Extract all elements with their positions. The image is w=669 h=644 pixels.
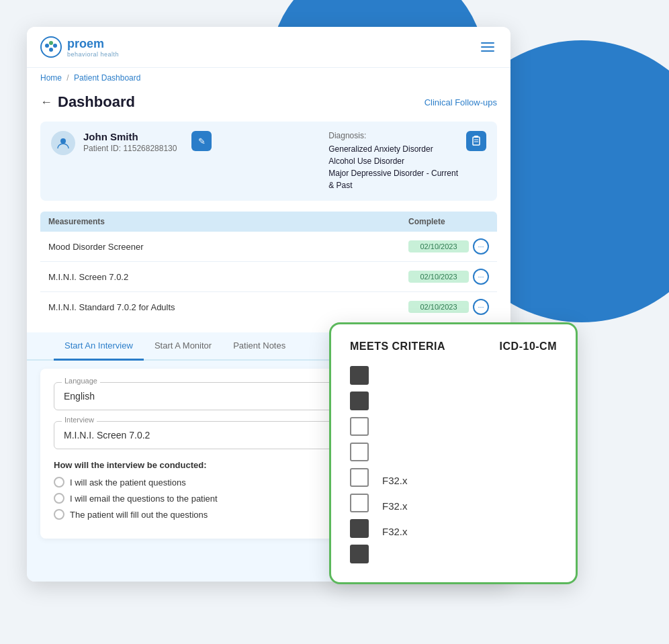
diagnosis-content: Diagnosis: Generalized Anxiety Disorder …: [328, 131, 458, 191]
dashboard-header: ← Dashboard Clinical Follow-ups: [27, 88, 510, 122]
svg-point-2: [49, 41, 53, 45]
edit-icon: ✎: [198, 136, 206, 146]
measurements-table-header: Measurements Complete: [40, 212, 497, 232]
more-btn-2[interactable]: ···: [473, 269, 489, 285]
diagnosis-item-2: Alcohol Use Disorder: [328, 155, 458, 167]
criteria-checkbox-6: [350, 494, 369, 512]
clipboard-icon: [472, 135, 481, 148]
table-row: M.I.N.I. Standard 7.0.2 for Adults 02/10…: [40, 292, 497, 322]
more-options-3: ···: [469, 299, 489, 315]
criteria-checkboxes: [350, 366, 369, 566]
language-value: English: [64, 391, 95, 402]
logo-subtitle: behavioral health: [67, 51, 119, 58]
hamburger-icon: [481, 42, 494, 52]
avatar: [51, 131, 75, 155]
table-row: M.I.N.I. Screen 7.0.2 02/10/2023 ···: [40, 262, 497, 292]
criteria-col1-title: MEETS CRITERIA: [350, 340, 445, 353]
diagnosis-item-1: Generalized Anxiety Disorder: [328, 143, 458, 155]
criteria-card: MEETS CRITERIA ICD-10-CM F32.x F32.x F32…: [329, 322, 578, 584]
criteria-checkbox-2: [350, 392, 369, 410]
more-btn-3[interactable]: ···: [473, 299, 489, 315]
icd-code-2: [382, 445, 408, 464]
tab-patient-notes[interactable]: Patient Notes: [222, 332, 296, 361]
criteria-checkbox-8: [350, 545, 369, 563]
radio-label-1: I will ask the patient questions: [70, 477, 186, 488]
measurements-section: Measurements Complete Mood Disorder Scre…: [40, 212, 497, 322]
patient-info: John Smith Patient ID: 115268288130: [83, 131, 177, 153]
icd-code-6: F32.x: [382, 522, 408, 541]
criteria-checkbox-3: [350, 417, 369, 436]
logo-area: proem behavioral health: [40, 36, 119, 58]
language-label: Language: [62, 377, 100, 385]
criteria-col2-title: ICD-10-CM: [500, 340, 557, 353]
criteria-checkbox-7: [350, 519, 369, 538]
icd-codes: F32.x F32.x F32.x: [382, 366, 408, 566]
measurement-date-1: 02/10/2023: [408, 240, 469, 252]
measurement-date-3: 02/10/2023: [408, 301, 469, 313]
diagnosis-label: Diagnosis:: [328, 131, 458, 140]
radio-circle-2: [54, 493, 64, 504]
interview-label: Interview: [62, 416, 97, 424]
logo-icon: [40, 36, 62, 58]
criteria-checkbox-5: [350, 468, 369, 487]
measurement-name-2: M.I.N.I. Screen 7.0.2: [48, 272, 408, 282]
back-arrow-icon[interactable]: ←: [40, 95, 52, 109]
more-btn-1[interactable]: ···: [473, 238, 489, 255]
interview-value: M.I.N.I. Screen 7.0.2: [64, 430, 150, 441]
more-options-1: ···: [469, 238, 489, 255]
breadcrumb-separator: /: [66, 73, 69, 83]
svg-point-1: [45, 44, 49, 48]
breadcrumb-current[interactable]: Patient Dashboard: [74, 73, 140, 83]
svg-point-5: [60, 138, 66, 144]
diagnosis-area: Diagnosis: Generalized Anxiety Disorder …: [328, 131, 486, 191]
col-measurements: Measurements: [48, 217, 408, 226]
radio-label-2: I will email the questions to the patien…: [70, 494, 218, 504]
dashboard-title-area: ← Dashboard: [40, 93, 135, 111]
patient-name: John Smith: [83, 131, 177, 142]
icd-code-1: [382, 420, 408, 439]
patient-card: John Smith Patient ID: 115268288130 ✎ Di…: [40, 122, 497, 201]
svg-rect-6: [473, 137, 480, 145]
more-options-2: ···: [469, 269, 489, 285]
breadcrumb-home[interactable]: Home: [40, 73, 62, 83]
icd-code-7: [382, 547, 408, 566]
measurement-date-2: 02/10/2023: [408, 271, 469, 283]
diagnosis-item-3: Major Depressive Disorder - Current: [328, 167, 458, 179]
patient-id: Patient ID: 115268288130: [83, 144, 177, 153]
edit-button[interactable]: ✎: [191, 131, 212, 151]
diagnosis-item-4: & Past: [328, 179, 458, 191]
icd-code-5: F32.x: [382, 496, 408, 515]
svg-point-0: [41, 37, 61, 57]
svg-rect-7: [474, 136, 478, 138]
radio-label-3: The patient will fill out the questions: [70, 510, 208, 520]
page-title: Dashboard: [58, 93, 135, 111]
breadcrumb: Home / Patient Dashboard: [27, 68, 510, 88]
svg-point-4: [49, 48, 53, 52]
col-complete: Complete: [408, 217, 489, 226]
patient-left: John Smith Patient ID: 115268288130 ✎: [51, 131, 212, 155]
criteria-header: MEETS CRITERIA ICD-10-CM: [350, 340, 557, 353]
tab-start-monitor[interactable]: Start A Monitor: [144, 332, 222, 361]
logo-brand: proem: [67, 37, 104, 50]
measurement-name-3: M.I.N.I. Standard 7.0.2 for Adults: [48, 302, 408, 312]
criteria-checkbox-4: [350, 443, 369, 461]
hamburger-button[interactable]: [478, 40, 497, 54]
criteria-rows: F32.x F32.x F32.x: [350, 366, 557, 566]
radio-circle-3: [54, 509, 64, 520]
logo-text-area: proem behavioral health: [67, 37, 119, 58]
clipboard-button[interactable]: [466, 131, 486, 151]
icd-code-4: F32.x: [382, 471, 408, 490]
tab-start-interview[interactable]: Start An Interview: [54, 332, 144, 361]
svg-point-3: [53, 44, 57, 48]
table-row: Mood Disorder Screener 02/10/2023 ···: [40, 232, 497, 262]
clinical-followups-link[interactable]: Clinical Follow-ups: [425, 97, 497, 107]
measurement-name-1: Mood Disorder Screener: [48, 242, 408, 252]
app-header: proem behavioral health: [27, 27, 510, 68]
radio-circle-1: [54, 477, 64, 488]
criteria-checkbox-1: [350, 366, 369, 385]
